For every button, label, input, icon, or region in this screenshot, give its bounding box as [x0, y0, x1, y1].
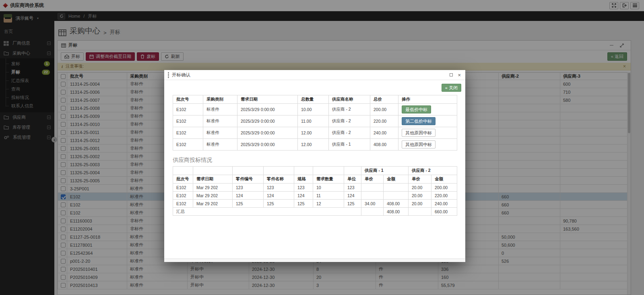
bids-cell	[361, 192, 384, 200]
award-cell-category: 标准件	[203, 127, 237, 139]
award-cell-batch: E102	[173, 116, 203, 127]
modal-header[interactable]: 开标确认 ×	[164, 70, 465, 80]
bids-cell: 123	[264, 184, 294, 192]
award-cell-date: 2025/3/29 0:00:00	[237, 127, 298, 139]
summary-cell: 660.00	[431, 208, 457, 216]
award-cell-qty: 12.00	[298, 139, 329, 151]
award-row: E102标准件2025/3/29 0:00:0012.00供应商 - 1408.…	[173, 139, 457, 151]
award-cell-action: 其他原因中标	[398, 127, 457, 139]
award-cell-total: 408.00	[370, 139, 398, 151]
bids-column-header: 需求日期	[193, 175, 233, 184]
bids-column-header: 零件编号	[233, 175, 264, 184]
award-column-header: 采购类别	[203, 95, 237, 104]
award-cell-date: 2025/3/29 0:00:00	[237, 116, 298, 127]
bids-cell: E102	[173, 200, 193, 208]
award-row: E102标准件2025/3/29 0:00:0012.00供应商 - 2240.…	[173, 127, 457, 139]
bids-cell: 125	[233, 200, 264, 208]
modal-footer	[164, 258, 465, 262]
bids-cell: 11	[313, 192, 344, 200]
bids-column-header: 单价	[409, 175, 431, 184]
summary-cell	[361, 208, 384, 216]
award-column-header: 批次号	[173, 95, 203, 104]
award-cell-qty: 10.00	[298, 104, 329, 116]
group-header-empty	[344, 167, 361, 175]
bids-cell: 20.00	[409, 200, 431, 208]
group-header-empty	[294, 167, 313, 175]
award-row: E102标准件2025/3/29 0:00:0010.00供应商 - 2200.…	[173, 104, 457, 116]
award-action-button[interactable]: 其他原因中标	[402, 140, 436, 149]
bids-cell: 123	[344, 184, 361, 192]
award-cell-qty: 11.00	[298, 116, 329, 127]
bids-cell: 10	[313, 184, 344, 192]
award-cell-action: 其他原因中标	[398, 139, 457, 151]
award-cell-supplier: 供应商 - 2	[329, 116, 370, 127]
summary-cell: 408.00	[384, 208, 409, 216]
bids-row: E102Mar 29 2021231231231012320.00200.00	[173, 184, 457, 192]
bids-row: E102Mar 29 2021241241241112420.00220.00	[173, 192, 457, 200]
bids-column-header: 零件名称	[264, 175, 294, 184]
summary-cell	[409, 208, 431, 216]
bids-cell: 200.00	[431, 184, 457, 192]
award-column-header: 总数量	[298, 95, 329, 104]
bids-column-header: 单价	[361, 175, 384, 184]
award-table: 批次号采购类别需求日期总数量供应商名称总价操作 E102标准件2025/3/29…	[173, 95, 457, 151]
award-cell-batch: E102	[173, 127, 203, 139]
supplier-group-header: 供应商 - 1	[361, 167, 409, 175]
bids-column-header: 金额	[431, 175, 457, 184]
award-column-header: 总价	[370, 95, 398, 104]
modal-close-icon[interactable]: ×	[458, 72, 461, 78]
award-action-button[interactable]: 其他原因中标	[402, 129, 436, 137]
bids-section-title: 供应商投标情况	[173, 157, 457, 164]
bids-cell: E102	[173, 184, 193, 192]
supplier-bids-table: 供应商 - 1供应商 - 2 批次号需求日期零件编号零件名称规格需求数量单位单价…	[173, 166, 457, 216]
bids-cell: 12	[313, 200, 344, 208]
award-cell-qty: 12.00	[298, 127, 329, 139]
bids-cell: 34.00	[361, 200, 384, 208]
bids-column-header: 批次号	[173, 175, 193, 184]
bids-column-header: 需求数量	[313, 175, 344, 184]
bids-row: E102Mar 29 2021251251251212534.00408.002…	[173, 200, 457, 208]
supplier-group-header: 供应商 - 2	[409, 167, 457, 175]
bids-cell: 124	[294, 192, 313, 200]
award-cell-date: 2025/3/29 0:00:00	[237, 104, 298, 116]
modal-close-button[interactable]: « 关闭	[442, 84, 461, 92]
award-cell-supplier: 供应商 - 1	[329, 139, 370, 151]
award-cell-category: 标准件	[203, 116, 237, 127]
award-cell-category: 标准件	[203, 104, 237, 116]
bids-cell: 220.00	[431, 192, 457, 200]
award-action-button[interactable]: 第二低价中标	[402, 117, 436, 125]
bids-cell: 240.00	[431, 200, 457, 208]
bids-cell: E102	[173, 192, 193, 200]
bids-cell: 124	[233, 192, 264, 200]
award-cell-batch: E102	[173, 104, 203, 116]
group-header-empty	[264, 167, 294, 175]
bids-cell: 20.00	[409, 192, 431, 200]
award-row: E102标准件2025/3/29 0:00:0011.00供应商 - 2220.…	[173, 116, 457, 127]
award-cell-total: 240.00	[370, 127, 398, 139]
award-cell-supplier: 供应商 - 2	[329, 104, 370, 116]
bids-cell: 20.00	[409, 184, 431, 192]
award-cell-total: 200.00	[370, 104, 398, 116]
award-cell-batch: E102	[173, 139, 203, 151]
bids-column-header: 单位	[344, 175, 361, 184]
group-header-empty	[313, 167, 344, 175]
bids-cell: Mar 29 202	[193, 192, 233, 200]
award-action-button[interactable]: 最低价中标	[402, 105, 431, 113]
bids-summary-row: 汇总408.00660.00	[173, 208, 457, 216]
drag-handle-icon[interactable]	[168, 72, 169, 78]
bids-column-header: 金额	[384, 175, 409, 184]
modal-body: « 关闭 批次号采购类别需求日期总数量供应商名称总价操作 E102标准件2025…	[164, 80, 465, 258]
award-column-header: 操作	[398, 95, 457, 104]
bid-confirm-modal: 开标确认 × « 关闭 批次号采购类别需求日期总数量供应商名称总价操作 E102…	[164, 70, 465, 262]
bids-cell: 123	[294, 184, 313, 192]
modal-restore-icon[interactable]	[450, 73, 453, 76]
summary-label-cell: 汇总	[173, 208, 361, 216]
bids-column-header: 规格	[294, 175, 313, 184]
bids-cell: 124	[344, 192, 361, 200]
bids-cell: 408.00	[384, 200, 409, 208]
award-cell-date: 2025/3/29 0:00:00	[237, 139, 298, 151]
award-cell-action: 第二低价中标	[398, 116, 457, 127]
modal-title: 开标确认	[172, 72, 190, 78]
bids-cell: 125	[264, 200, 294, 208]
bids-cell: 125	[344, 200, 361, 208]
